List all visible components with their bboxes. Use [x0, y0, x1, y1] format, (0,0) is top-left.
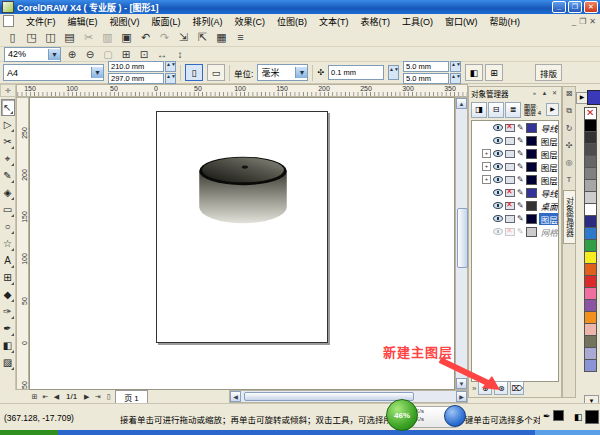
units-combo[interactable]: 毫米 ▼: [257, 64, 308, 81]
app-launcher-button[interactable]: ▦: [213, 29, 230, 45]
scroll-down-button[interactable]: ▼: [456, 378, 467, 389]
layer-manager-view-button[interactable]: ≣: [505, 102, 521, 118]
new-layer-button[interactable]: ⊕: [478, 381, 492, 395]
nudge-field[interactable]: 0.1 mm: [328, 65, 384, 80]
first-page-button[interactable]: ⇤: [40, 391, 51, 402]
snap-button[interactable]: ◧: [465, 64, 483, 81]
duplicate-x-stepper[interactable]: ▲▼: [450, 61, 461, 72]
rectangle-tool[interactable]: ▭: [1, 201, 15, 218]
zoom-out-button[interactable]: ⊖: [82, 48, 98, 61]
shaping-docker-icon[interactable]: ↻: [566, 124, 573, 133]
zoom-width-button[interactable]: ↔: [154, 48, 170, 61]
menu-text[interactable]: 文本(T): [313, 15, 355, 28]
printer-icon[interactable]: [505, 137, 515, 145]
vertical-scroll-thumb[interactable]: [457, 208, 468, 268]
next-page-button[interactable]: ▶: [81, 391, 92, 402]
visibility-eye-icon[interactable]: [493, 176, 503, 183]
vertical-scrollbar[interactable]: ▲ ▼: [455, 97, 468, 390]
layer-label[interactable]: 图层 2: [539, 174, 558, 186]
prev-page-button[interactable]: ◀: [51, 391, 62, 402]
edit-pencil-icon[interactable]: ✎: [517, 150, 524, 158]
layer-label[interactable]: 图层 1: [539, 161, 558, 173]
menu-view[interactable]: 视图(V): [104, 15, 146, 28]
layer-color-swatch[interactable]: [526, 162, 537, 172]
edit-pencil-icon[interactable]: ✎: [517, 215, 524, 223]
edit-pencil-icon[interactable]: ✎: [517, 137, 524, 145]
landscape-button[interactable]: ▭: [207, 64, 225, 81]
menu-bitmaps[interactable]: 位图(B): [271, 15, 313, 28]
scroll-up-button[interactable]: ▲: [456, 98, 467, 109]
pick-tool[interactable]: ↖: [1, 99, 15, 116]
docker-close-button[interactable]: ✕: [550, 89, 559, 98]
edit-pencil-icon[interactable]: ✎: [517, 124, 524, 132]
tree-expander[interactable]: +: [482, 175, 491, 184]
menu-file[interactable]: 文件(F): [20, 15, 62, 28]
tree-expander[interactable]: +: [482, 162, 491, 171]
zoom-all-button[interactable]: ⊞: [118, 48, 134, 61]
paper-width-field[interactable]: 210.0 mm: [108, 61, 164, 72]
paper-width-stepper[interactable]: ▲▼: [165, 61, 176, 72]
floating-speed-widget[interactable]: 0K/s 0K/s 46%: [386, 399, 496, 433]
open-button[interactable]: ◳: [23, 29, 40, 45]
palette-top-swatch[interactable]: [587, 90, 600, 105]
menu-window[interactable]: 窗口(W): [439, 15, 484, 28]
layer-label[interactable]: 桌面: [539, 200, 558, 212]
table-tool[interactable]: ⊞: [1, 269, 15, 286]
save-button[interactable]: ◫: [42, 29, 59, 45]
visibility-eye-icon[interactable]: [493, 228, 503, 235]
crop-tool[interactable]: ✂: [1, 133, 15, 150]
docker-options-flyout-button[interactable]: ▶: [546, 103, 559, 116]
show-object-properties-button[interactable]: ◨: [471, 102, 487, 118]
new-master-layer-button[interactable]: ⊛: [494, 381, 508, 395]
text-format-docker-icon[interactable]: T: [567, 175, 572, 184]
menu-edit[interactable]: 编辑(E): [62, 15, 104, 28]
duplicate-y-stepper[interactable]: ▲▼: [450, 73, 461, 84]
chevron-down-icon[interactable]: ▼: [48, 49, 60, 60]
menu-layout[interactable]: 版面(L): [146, 15, 187, 28]
printer-icon[interactable]: [505, 163, 515, 171]
tree-row[interactable]: + ✎ 图层 1: [472, 147, 558, 160]
visibility-eye-icon[interactable]: [493, 150, 503, 157]
copy-button[interactable]: ▥: [99, 29, 116, 45]
duplicate-y-field[interactable]: 5.0 mm: [403, 73, 449, 84]
interactive-blend-tool[interactable]: ◆: [1, 286, 15, 303]
export-button[interactable]: ⇱: [194, 29, 211, 45]
options-button[interactable]: ≡: [232, 29, 249, 45]
layer-label[interactable]: 导线: [539, 187, 558, 199]
shape-tool[interactable]: ▷: [1, 116, 15, 133]
visibility-eye-icon[interactable]: [493, 215, 503, 222]
eyedropper-tool[interactable]: ✑: [1, 303, 15, 320]
ellipse-tool[interactable]: ○: [1, 218, 15, 235]
layer-label[interactable]: 图层 1: [539, 148, 558, 160]
tree-expander[interactable]: +: [482, 149, 491, 158]
layer-color-swatch[interactable]: [526, 188, 537, 198]
zoom-level-combo[interactable]: 42% ▼: [4, 47, 61, 62]
layer-label[interactable]: 网格: [539, 226, 558, 238]
layer-color-swatch[interactable]: [526, 149, 537, 159]
paper-height-field[interactable]: 297.0 mm: [108, 73, 164, 84]
redo-button[interactable]: ↷: [156, 29, 173, 45]
edit-pencil-icon[interactable]: ✎: [517, 176, 524, 184]
new-button[interactable]: ▯: [4, 29, 21, 45]
object-manager-tab[interactable]: 对象管理器: [563, 190, 576, 244]
layer-color-swatch[interactable]: [526, 214, 537, 224]
layer-label[interactable]: 图层 4: [539, 213, 558, 225]
paper-height-stepper[interactable]: ▲▼: [165, 73, 176, 84]
menu-tools[interactable]: 工具(O): [396, 15, 439, 28]
visibility-eye-icon[interactable]: [493, 202, 503, 209]
smart-fill-tool[interactable]: ◈: [1, 184, 15, 201]
last-page-button[interactable]: ⇥: [92, 391, 103, 402]
nudge-stepper[interactable]: ▲▼: [388, 65, 399, 80]
zoom-tool[interactable]: ⌖: [1, 150, 15, 167]
import-button[interactable]: ⇲: [175, 29, 192, 45]
zoom-page-button[interactable]: ⊡: [136, 48, 152, 61]
undo-button[interactable]: ↶: [137, 29, 154, 45]
tree-row[interactable]: ✎ 图层 4: [472, 212, 558, 225]
text-tool[interactable]: A: [1, 252, 15, 269]
visibility-eye-icon[interactable]: [493, 163, 503, 170]
polygon-tool[interactable]: ☆: [1, 235, 15, 252]
layer-label[interactable]: 导线: [539, 122, 558, 134]
edit-pencil-icon[interactable]: ✎: [517, 202, 524, 210]
close-tab-icon[interactable]: ⊠: [566, 89, 573, 98]
zoom-in-button[interactable]: ⊕: [64, 48, 80, 61]
